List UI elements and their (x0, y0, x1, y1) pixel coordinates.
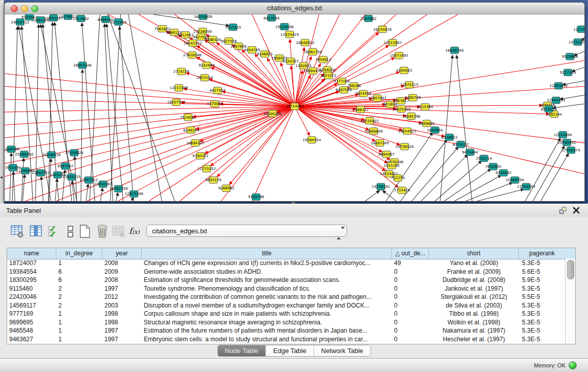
table-scrollbar[interactable] (565, 259, 575, 344)
graph-node[interactable]: 1621072 (320, 72, 336, 79)
table-row[interactable]: 1872400712008Changes of HCN gene express… (7, 259, 565, 268)
graph-node[interactable]: 23420046 (183, 52, 202, 58)
graph-node[interactable]: 26053346 (73, 62, 92, 69)
column-header-pagerank[interactable]: pagerank (519, 248, 565, 259)
graph-node[interactable]: 18300295 (264, 111, 282, 117)
graph-node[interactable]: 19756928 (396, 143, 414, 150)
graph-node[interactable]: 1527602 (73, 15, 89, 22)
scrollbar-thumb[interactable] (567, 260, 574, 279)
graph-node[interactable]: 8938923 (441, 134, 457, 141)
graph-node[interactable]: 17700574 (562, 147, 580, 154)
graph-node[interactable]: 9597587 (57, 163, 73, 169)
graph-node[interactable]: 11054404 (517, 183, 535, 190)
tab-network-table[interactable]: Network Table (314, 345, 371, 356)
column-header-title[interactable]: title (142, 248, 392, 259)
graph-node[interactable]: 752254 (391, 174, 405, 181)
graph-node[interactable]: 12213987 (383, 39, 402, 46)
graph-node[interactable]: 9684067 (379, 151, 395, 158)
graph-node[interactable]: 12213389 (169, 84, 188, 91)
table-row[interactable]: 911546021997Tourette syndrome. Phenomeno… (7, 285, 565, 293)
graph-node[interactable]: 18640910 (296, 39, 314, 46)
select-all-columns-icon[interactable] (47, 224, 61, 238)
graph-node[interactable]: 7986372 (353, 106, 368, 113)
graph-node[interactable]: 2935114 (476, 155, 492, 162)
graph-node[interactable]: 13505135 (62, 173, 81, 180)
graph-node[interactable]: 9529966 (562, 53, 578, 60)
graph-node[interactable]: 16154838 (373, 26, 391, 33)
table-row[interactable]: 946362711997Embryonic stem cells: a mode… (7, 335, 565, 344)
graph-node[interactable]: 2718176 (173, 68, 190, 75)
graph-node[interactable]: 9899695 (419, 120, 434, 127)
graph-node[interactable]: 12103494 (554, 132, 572, 138)
graph-node[interactable]: 1117482 (573, 26, 584, 33)
graph-node[interactable]: 14136141 (372, 183, 390, 190)
graph-node[interactable]: 12942757 (32, 169, 50, 176)
graph-node[interactable]: 16961758 (303, 49, 322, 55)
graph-node[interactable]: 20206516 (42, 151, 61, 158)
graph-node[interactable]: 10694107 (186, 140, 205, 146)
table-row[interactable]: 1938455462009Genome-wide association stu… (7, 268, 565, 276)
function-builder-icon[interactable]: f(x) (129, 226, 146, 240)
delete-table-icon[interactable] (95, 224, 110, 238)
graph-node[interactable]: 10025458 (393, 105, 411, 112)
graph-node[interactable]: 10469794 (506, 177, 524, 183)
graph-node[interactable]: 10688609 (364, 128, 383, 135)
graph-node[interactable]: 2087682 (360, 15, 376, 22)
graph-node[interactable]: 9286982 (218, 185, 234, 191)
graph-node[interactable]: 15720407 (360, 118, 379, 124)
graph-node[interactable]: 19654923 (398, 128, 417, 135)
table-row[interactable]: 969969511998Structural magnetic resonanc… (7, 318, 565, 327)
window-titlebar[interactable]: citations_edges.txt (5, 3, 584, 14)
graph-node[interactable]: 2803144 (197, 74, 213, 81)
table-selector-dropdown[interactable]: citations_edges.txt (146, 225, 347, 237)
graph-node[interactable]: 10973493 (390, 52, 408, 59)
graph-node[interactable]: 8427552 (209, 87, 225, 94)
column-header-name[interactable]: name (7, 248, 56, 259)
graph-node[interactable]: 9115460 (417, 103, 433, 110)
graph-node[interactable]: 8813054 (264, 15, 280, 21)
graph-node[interactable]: 8248274 (183, 127, 200, 134)
graph-node[interactable]: 7485063 (396, 67, 412, 74)
column-header-out-degree[interactable]: △ out_de... (392, 248, 429, 259)
graph-node[interactable]: 1733426 (394, 187, 410, 193)
table-row[interactable]: 946554611997Estimation of the future num… (7, 326, 565, 335)
network-canvas[interactable]: 1872400775638228860128891295323226058982… (5, 14, 584, 201)
memory-status-icon[interactable] (569, 361, 577, 369)
graph-node[interactable]: 10769542 (558, 139, 576, 146)
table-row[interactable]: 1456911722003Disruption of a novel membe… (7, 301, 565, 310)
graph-node[interactable]: 19384554 (302, 137, 321, 143)
graph-node[interactable]: 9185786 (248, 193, 265, 200)
graph-node[interactable]: 8655178 (205, 177, 221, 183)
graph-node[interactable]: 19218506 (275, 24, 294, 30)
row-height-icon[interactable] (63, 224, 78, 238)
graph-node[interactable]: 1071918 (111, 19, 126, 26)
column-header-short[interactable]: short (429, 248, 519, 259)
graph-node[interactable]: 1640954 (427, 127, 443, 134)
graph-node[interactable]: 12093872 (550, 82, 568, 89)
graph-node[interactable]: 17359924 (65, 149, 83, 156)
graph-node[interactable]: 18807249 (371, 140, 389, 146)
network-graph[interactable]: 1872400775638228860128891295323226058982… (5, 14, 584, 201)
column-header-in-degree[interactable]: in_degree (56, 248, 102, 259)
graph-node[interactable]: 9245042 (495, 169, 511, 176)
graph-node[interactable]: 7857224 (225, 24, 241, 31)
graph-node[interactable]: 9146821 (257, 51, 273, 57)
graph-node[interactable]: 7632605 (485, 163, 501, 170)
table-row[interactable]: 2242004622012Investigating the contribut… (7, 293, 565, 301)
panel-collapse-handle-icon[interactable] (291, 201, 296, 204)
graph-node[interactable]: 9780321 (192, 152, 208, 159)
graph-node[interactable]: 18107554 (167, 99, 185, 105)
float-panel-icon[interactable] (559, 207, 567, 214)
graph-node[interactable]: 7524042 (180, 114, 196, 121)
graph-node[interactable]: 25260850 (15, 151, 33, 158)
graph-node[interactable]: 16543312 (184, 40, 202, 47)
graph-node[interactable]: 16648784 (445, 47, 464, 54)
graph-node[interactable]: 9474444 (462, 149, 478, 156)
close-panel-icon[interactable] (573, 207, 580, 214)
graph-node[interactable]: 9227343 (560, 69, 576, 76)
table-row[interactable]: 1830029562008Estimation of significance … (7, 276, 565, 285)
show-columns-icon[interactable] (29, 224, 43, 238)
new-table-icon[interactable] (78, 224, 92, 238)
table-row[interactable]: 977716911998Corpus callosum shape and si… (7, 310, 565, 318)
graph-node[interactable]: 8912953 (178, 32, 193, 38)
